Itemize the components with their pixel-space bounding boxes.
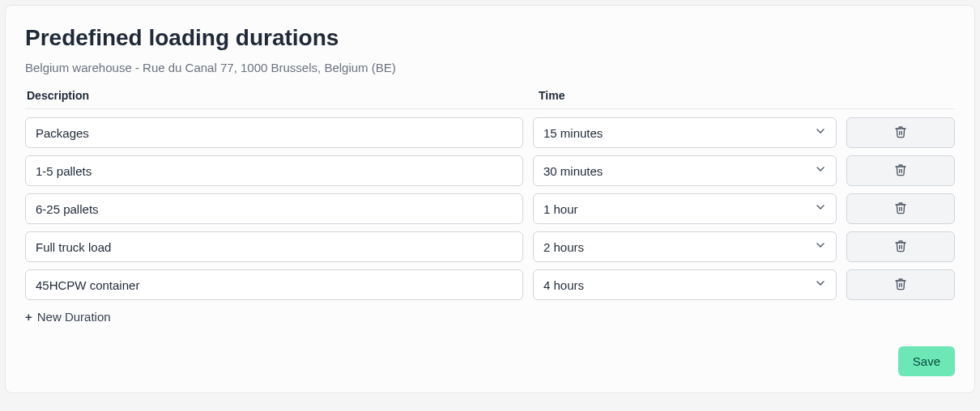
trash-icon (894, 278, 907, 293)
description-input[interactable] (25, 231, 523, 262)
column-header-time: Time (537, 89, 955, 102)
table-row: 1 hour (25, 193, 955, 224)
column-header-description: Description (25, 89, 527, 102)
table-row: 2 hours (25, 231, 955, 262)
page-title: Predefined loading durations (25, 25, 955, 51)
table-header: Description Time (25, 89, 955, 109)
time-select[interactable]: 1 hour (533, 193, 837, 224)
time-select[interactable]: 2 hours (533, 231, 837, 262)
delete-row-button[interactable] (846, 155, 955, 186)
time-select-wrap: 4 hours (533, 269, 837, 300)
footer: Save (25, 346, 955, 376)
description-input[interactable] (25, 155, 523, 186)
time-select[interactable]: 30 minutes (533, 155, 837, 186)
time-select-wrap: 2 hours (533, 231, 837, 262)
add-duration-label: New Duration (37, 310, 111, 324)
time-select-wrap: 15 minutes (533, 117, 837, 148)
delete-row-button[interactable] (846, 193, 955, 224)
trash-icon (894, 125, 907, 141)
rows-container: 15 minutes 30 minutes (25, 117, 955, 300)
time-select-wrap: 1 hour (533, 193, 837, 224)
add-duration-button[interactable]: + New Duration (25, 310, 111, 324)
delete-row-button[interactable] (846, 231, 955, 262)
table-row: 15 minutes (25, 117, 955, 148)
loading-durations-card: Predefined loading durations Belgium war… (5, 5, 975, 393)
trash-icon (894, 201, 907, 217)
time-select[interactable]: 15 minutes (533, 117, 837, 148)
plus-icon: + (25, 310, 32, 324)
description-input[interactable] (25, 193, 523, 224)
time-select-wrap: 30 minutes (533, 155, 837, 186)
save-button[interactable]: Save (898, 346, 955, 376)
time-select[interactable]: 4 hours (533, 269, 837, 300)
description-input[interactable] (25, 269, 523, 300)
description-input[interactable] (25, 117, 523, 148)
table-row: 4 hours (25, 269, 955, 300)
delete-row-button[interactable] (846, 269, 955, 300)
table-row: 30 minutes (25, 155, 955, 186)
trash-icon (894, 163, 907, 179)
warehouse-subtitle: Belgium warehouse - Rue du Canal 77, 100… (25, 61, 955, 74)
trash-icon (894, 239, 907, 255)
delete-row-button[interactable] (846, 117, 955, 148)
